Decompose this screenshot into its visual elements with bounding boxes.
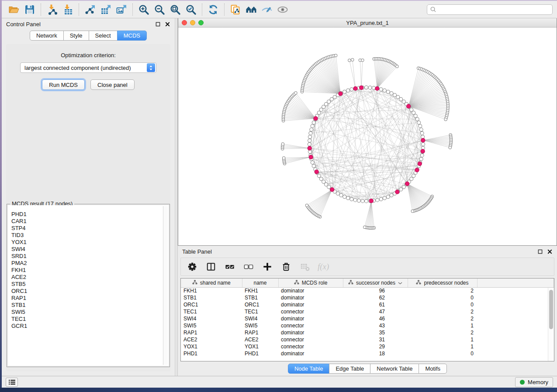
column-header-name[interactable]: name	[242, 279, 278, 287]
zoom-fit-icon[interactable]	[167, 3, 183, 16]
network-canvas[interactable]	[178, 28, 557, 245]
mcds-result-list[interactable]: PHD1CAR1STP4TID3YOX1SWI4SRD1PMA2FKH1ACE2…	[8, 205, 169, 366]
first-neighbors-icon[interactable]	[243, 3, 259, 16]
column-header-predecessor-nodes[interactable]: predecessor nodes	[408, 279, 477, 287]
tab-network-table[interactable]: Network Table	[370, 364, 419, 374]
column-panel-icon[interactable]	[205, 261, 217, 273]
select-all-icon[interactable]	[224, 261, 236, 273]
memory-button[interactable]: Memory	[515, 377, 553, 387]
mcds-button-row: Run MCDS Close panel	[42, 79, 134, 90]
tab-select[interactable]: Select	[89, 31, 118, 41]
mcds-result-item[interactable]: SRD1	[8, 253, 169, 260]
close-panel-button[interactable]: Close panel	[90, 79, 135, 90]
mcds-result-item[interactable]: ORC1	[8, 288, 169, 295]
search-input[interactable]	[438, 6, 550, 13]
cell-mcds-role: connector	[278, 343, 343, 350]
table-panel: Table Panel f(x) shared namenameMCDS rol…	[178, 246, 557, 376]
close-panel-icon[interactable]	[165, 21, 170, 27]
cell-predecessor-nodes: 0	[408, 294, 477, 301]
cell-predecessor-nodes: 2	[408, 329, 477, 336]
tab-node-table[interactable]: Node Table	[288, 364, 330, 374]
cell-mcds-role: connector	[278, 308, 343, 315]
run-mcds-button[interactable]: Run MCDS	[42, 79, 85, 90]
add-column-icon[interactable]	[261, 261, 273, 273]
tab-mcds[interactable]: MCDS	[117, 31, 147, 41]
float-table-panel-icon[interactable]	[537, 249, 543, 254]
panel-splitter[interactable]	[175, 18, 178, 376]
table-row[interactable]: PHD1PHD1dominator180	[181, 350, 554, 357]
maximize-window-icon[interactable]	[198, 20, 204, 25]
save-session-icon[interactable]	[22, 3, 38, 16]
table-row[interactable]: ORC1ORC1dominator610	[181, 301, 554, 308]
table-row[interactable]: YOX1YOX1connector291	[181, 343, 554, 350]
column-header-successor-nodes[interactable]: successor nodes	[343, 279, 408, 287]
mcds-result-item[interactable]: SWI4	[8, 246, 169, 253]
table-row[interactable]: SWI5SWI5connector431	[181, 322, 554, 329]
zoom-out-icon[interactable]	[152, 3, 167, 16]
mcds-result-item[interactable]: GCR1	[8, 323, 169, 330]
cell-mcds-role: dominator	[278, 294, 343, 301]
mcds-result-item[interactable]: STP4	[8, 225, 169, 232]
import-table-icon[interactable]	[60, 3, 76, 16]
tab-network[interactable]: Network	[30, 31, 64, 41]
delete-column-icon[interactable]	[280, 261, 292, 273]
tab-edge-table[interactable]: Edge Table	[329, 364, 370, 374]
mcds-result-item[interactable]: STB5	[8, 281, 169, 288]
export-network-icon[interactable]	[82, 3, 98, 16]
tab-style[interactable]: Style	[63, 31, 89, 41]
network-graph[interactable]	[178, 28, 557, 245]
table-scrollbar[interactable]	[548, 288, 554, 361]
export-image-icon[interactable]	[114, 3, 129, 16]
sort-desc-icon[interactable]	[398, 280, 402, 286]
open-folder-icon[interactable]	[6, 3, 22, 16]
close-window-icon[interactable]	[182, 20, 187, 25]
export-table-icon[interactable]	[98, 3, 114, 16]
close-table-panel-icon[interactable]	[547, 249, 553, 254]
cell-shared-name: TEC1	[181, 308, 242, 315]
search-box[interactable]	[427, 4, 553, 15]
mcds-result-item[interactable]: RAP1	[8, 295, 169, 302]
mcds-result-item[interactable]: YOX1	[8, 239, 169, 246]
deselect-all-icon[interactable]	[242, 261, 255, 273]
float-panel-icon[interactable]	[155, 21, 161, 27]
mcds-result-item[interactable]: CAR1	[8, 218, 169, 225]
column-header-shared-name[interactable]: shared name	[181, 279, 242, 287]
show-all-icon[interactable]	[275, 3, 291, 16]
minimize-window-icon[interactable]	[190, 20, 195, 25]
table-row[interactable]: RAP1RAP1dominator352	[181, 329, 554, 336]
column-header-mcds-role[interactable]: MCDS role	[278, 279, 343, 287]
panel-list-button[interactable]	[6, 378, 18, 387]
control-panel-header: Control Panel	[2, 18, 175, 30]
mcds-result-item[interactable]: PHD1	[8, 211, 169, 218]
settings-gear-icon[interactable]	[186, 261, 198, 273]
mcds-result-item[interactable]: ACE2	[8, 274, 169, 281]
cell-filler	[477, 308, 554, 315]
table-row[interactable]: SWI4SWI4dominator462	[181, 315, 554, 322]
select-stepper-icon	[147, 63, 155, 72]
cytoscape-window: Control Panel NetworkStyleSelectMCDS Opt…	[2, 1, 557, 388]
table-row[interactable]: FKH1FKH1dominator962	[181, 287, 554, 294]
optimization-criterion-select[interactable]: largest connected component (undirected)	[20, 62, 156, 73]
table-scrollbar-thumb[interactable]	[549, 290, 553, 329]
zoom-selected-icon[interactable]	[183, 3, 199, 16]
mcds-result-item[interactable]: TID3	[8, 232, 169, 239]
mcds-result-item[interactable]: FKH1	[8, 267, 169, 274]
mcds-result-item[interactable]: TEC1	[8, 316, 169, 323]
network-from-selection-icon[interactable]	[228, 3, 243, 16]
refresh-view-icon[interactable]	[205, 3, 221, 16]
table-row[interactable]: STB1STB1dominator620	[181, 294, 554, 301]
cell-filler	[477, 343, 554, 350]
network-view-titlebar[interactable]: YPA_prune.txt_1	[178, 18, 557, 28]
mcds-result-item[interactable]: STB1	[8, 302, 169, 309]
main-area: Control Panel NetworkStyleSelectMCDS Opt…	[2, 18, 557, 376]
mcds-result-item[interactable]: PMA2	[8, 260, 169, 267]
import-network-icon[interactable]	[44, 3, 60, 16]
result-list-scrollbar[interactable]	[163, 206, 168, 365]
table-row[interactable]: ACE2ACE2connector311	[181, 336, 554, 343]
zoom-in-icon[interactable]	[136, 3, 152, 16]
cell-shared-name: SWI4	[181, 315, 242, 322]
hide-selected-icon[interactable]	[259, 3, 275, 16]
mcds-result-item[interactable]: SWI5	[8, 309, 169, 316]
table-row[interactable]: TEC1TEC1connector472	[181, 308, 554, 315]
tab-motifs[interactable]: Motifs	[419, 364, 447, 374]
